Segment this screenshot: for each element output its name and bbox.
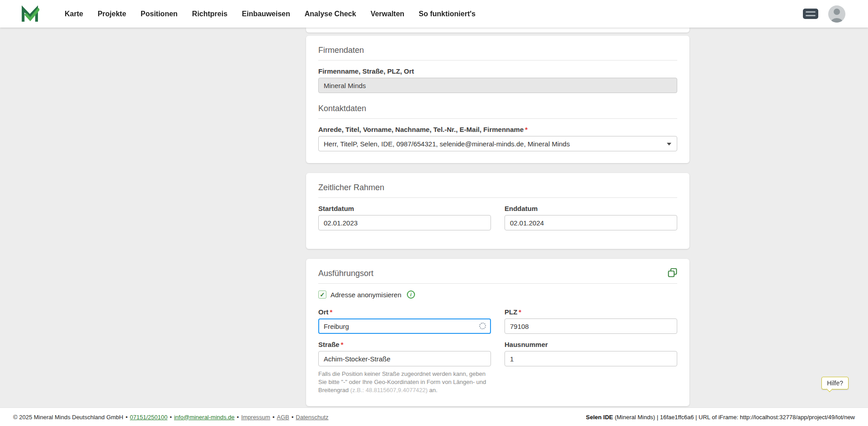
enddatum-label: Enddatum (505, 205, 677, 212)
nav-item-karte[interactable]: Karte (65, 10, 83, 18)
startdatum-label: Startdatum (318, 205, 491, 212)
divider (318, 197, 677, 198)
loading-spinner-icon (479, 323, 486, 329)
company-label: Firmenname, Straße, PLZ, Ort (318, 67, 677, 75)
hausnummer-input[interactable] (505, 351, 677, 366)
ort-input[interactable] (318, 318, 491, 334)
firmendaten-title: Firmendaten (318, 46, 677, 55)
contact-select[interactable]: Herr, TitelP, Selen, IDE, 0987/654321, s… (318, 136, 677, 151)
plz-label: PLZ* (505, 308, 677, 316)
previous-card-bottom (306, 28, 689, 33)
footer-separator: • (126, 414, 128, 421)
nav-item-analyse-check[interactable]: Analyse Check (305, 10, 356, 18)
zeitraum-card: Zeitlicher Rahmen Startdatum Enddatum (306, 173, 689, 249)
hausnummer-label: Hausnummer (505, 341, 677, 348)
footer-agb-link[interactable]: AGB (277, 414, 289, 421)
divider (318, 60, 677, 61)
required-marker: * (341, 341, 344, 348)
footer: © 2025 Mineral Minds Deutschland GmbH•07… (0, 407, 868, 426)
plz-input[interactable] (505, 318, 677, 334)
ausfuehrungsort-card: Ausführungsort ✓ Adresse anonymisieren i… (306, 259, 689, 406)
user-avatar[interactable] (828, 5, 845, 23)
nav-item-richtpreis[interactable]: Richtpreis (192, 10, 227, 18)
footer-email-link[interactable]: info@mineral-minds.de (174, 414, 235, 421)
strasse-label-text: Straße (318, 341, 340, 348)
nav-item-projekte[interactable]: Projekte (98, 10, 126, 18)
footer-copyright: © 2025 Mineral Minds Deutschland GmbH (13, 414, 123, 421)
strasse-label: Straße* (318, 341, 491, 348)
footer-separator: • (170, 414, 172, 421)
footer-phone-link[interactable]: 07151/250100 (130, 414, 167, 421)
footer-debug-info: Selen IDE (Mineral Minds) | 16fae1ffc6a6… (586, 414, 855, 421)
footer-separator: • (292, 414, 294, 421)
main-nav: Karte Projekte Positionen Richtpreis Ein… (65, 10, 476, 18)
logo-m-icon (20, 5, 39, 23)
footer-left: © 2025 Mineral Minds Deutschland GmbH•07… (13, 414, 329, 421)
divider (318, 283, 677, 284)
mineral-minds-logo[interactable] (20, 5, 39, 23)
anonymize-checkbox[interactable]: ✓ (318, 290, 326, 299)
kontaktdaten-title: Kontaktdaten (318, 104, 677, 113)
info-icon[interactable]: i (407, 290, 415, 299)
firmendaten-card: Firmendaten Firmenname, Straße, PLZ, Ort… (306, 36, 689, 163)
footer-separator: • (273, 414, 275, 421)
nav-item-einbauweisen[interactable]: Einbauweisen (242, 10, 290, 18)
footer-impressum-link[interactable]: Impressum (241, 414, 270, 421)
startdatum-input[interactable] (318, 215, 491, 230)
help-button[interactable]: Hilfe? (821, 377, 849, 389)
server-icon[interactable] (803, 9, 818, 19)
company-input (318, 78, 677, 93)
contact-select-value: Herr, TitelP, Selen, IDE, 0987/654321, s… (324, 140, 570, 148)
zeitraum-title: Zeitlicher Rahmen (318, 183, 677, 192)
footer-app-name: Selen IDE (586, 414, 613, 421)
nav-item-so-funktionierts[interactable]: So funktioniert's (419, 10, 476, 18)
nav-item-positionen[interactable]: Positionen (141, 10, 178, 18)
copy-icon[interactable] (668, 268, 677, 279)
strasse-input[interactable] (318, 351, 491, 366)
required-marker: * (519, 308, 521, 316)
divider (318, 118, 677, 119)
contact-label: Anrede, Titel, Vorname, Nachname, Tel.-N… (318, 126, 677, 133)
hint-text-end: an. (428, 387, 438, 393)
ort-label-text: Ort (318, 308, 329, 316)
anonymize-row: ✓ Adresse anonymisieren i (318, 290, 677, 299)
ausfuehrungsort-title: Ausführungsort (318, 269, 677, 278)
required-marker: * (330, 308, 333, 316)
top-navbar: Karte Projekte Positionen Richtpreis Ein… (0, 0, 868, 28)
form-column: Firmendaten Firmenname, Straße, PLZ, Ort… (306, 28, 689, 407)
nav-item-verwalten[interactable]: Verwalten (371, 10, 405, 18)
ort-label: Ort* (318, 308, 491, 316)
contact-label-text: Anrede, Titel, Vorname, Nachname, Tel.-N… (318, 126, 524, 133)
chevron-down-icon (667, 143, 671, 145)
page-content: Firmendaten Firmenname, Straße, PLZ, Ort… (0, 28, 868, 407)
footer-separator: • (237, 414, 239, 421)
strasse-hint: Falls die Position keiner Straße zugeord… (318, 370, 491, 394)
footer-datenschutz-link[interactable]: Datenschutz (296, 414, 328, 421)
plz-label-text: PLZ (505, 308, 517, 316)
footer-debug-rest: (Mineral Minds) | 16fae1ffc6a6 | URL of … (613, 414, 855, 421)
anonymize-label: Adresse anonymisieren (330, 291, 401, 299)
enddatum-input[interactable] (505, 215, 677, 230)
hint-example: (z.B.: 48.8115607,9.4077422) (350, 387, 428, 393)
navbar-right (803, 5, 845, 23)
required-marker: * (525, 126, 528, 133)
